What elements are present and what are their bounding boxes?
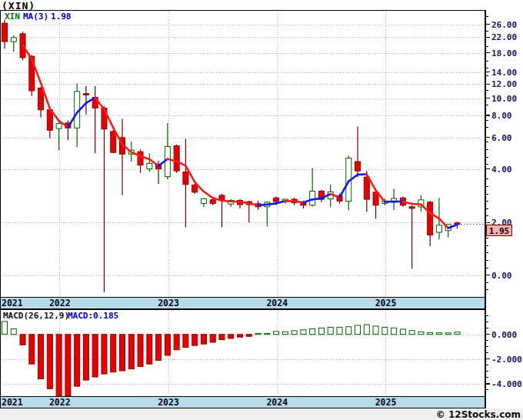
price-axis-label: 14.00 [491, 68, 517, 78]
candle-down [111, 132, 116, 152]
macd-bar-positive [301, 330, 306, 335]
macd-bar-positive [455, 332, 460, 335]
macd-bar-negative [102, 335, 107, 374]
macd-bar-positive [255, 333, 261, 334]
price-axis-label: 18.00 [491, 48, 517, 58]
macd-bar-positive [310, 328, 315, 334]
candle-down [428, 202, 433, 235]
macd-bar-negative [20, 335, 25, 345]
year-label: 2023 [158, 397, 179, 408]
candle-down [274, 198, 279, 202]
macd-bar-positive [445, 333, 451, 335]
macd-axis-label: 0.000 [491, 330, 517, 340]
candle-down [192, 185, 198, 192]
macd-axis-label: -4.000 [491, 379, 522, 389]
macd-bar-negative [75, 335, 80, 386]
macd-legend-value: MACD:0.185 [68, 311, 118, 321]
macd-bar-positive [382, 327, 388, 334]
copyright-watermark: © 12Stocks.com [436, 409, 521, 420]
year-label: 2025 [375, 298, 397, 308]
ma-segment-falling [222, 201, 231, 202]
year-label: 2022 [49, 298, 71, 308]
year-label: 2021 [2, 298, 23, 308]
legend-symbol: XIN [5, 12, 20, 22]
ma-segment-rising [312, 198, 321, 199]
macd-bar-negative [56, 335, 62, 396]
macd-bar-negative [138, 335, 143, 367]
candle-up [201, 198, 206, 203]
macd-bar-negative [65, 335, 71, 396]
price-axis: 26.0022.0018.0014.0012.0010.008.006.004.… [485, 17, 517, 290]
macd-bar-negative [156, 335, 162, 361]
price-axis-label: 8.00 [491, 111, 512, 121]
chart-canvas: 26.0022.0018.0014.0012.0010.008.006.004.… [0, 0, 523, 420]
macd-bar-negative [165, 335, 170, 355]
year-label: 2024 [266, 298, 288, 308]
macd-bar-negative [183, 335, 188, 348]
candle-down [364, 177, 369, 199]
price-axis-label: 22.00 [491, 32, 517, 42]
macd-bar-negative [92, 335, 98, 377]
candle-down [210, 200, 215, 204]
macd-bar-negative [238, 335, 243, 338]
macd-bar-negative [147, 335, 152, 365]
last-price-value: 1.95 [489, 226, 510, 236]
macd-bar-negative [47, 335, 52, 389]
macd-bar-positive [291, 331, 297, 335]
price-axis-label: 6.00 [491, 133, 512, 143]
stock-chart-app: 26.0022.0018.0014.0012.0010.008.006.004.… [0, 0, 523, 420]
year-label: 2024 [266, 397, 288, 408]
candle-down [174, 145, 179, 171]
candle-down [355, 162, 361, 171]
macd-bar-positive [391, 328, 397, 334]
candle-down [138, 152, 143, 165]
candle-down [409, 207, 415, 208]
price-axis-label: 10.00 [491, 94, 517, 104]
price-axis-label: 4.00 [491, 165, 512, 175]
candle-down [2, 23, 8, 42]
macd-bar-positive [318, 328, 324, 334]
macd-legend-title: MACD(26,12,9) [3, 311, 69, 321]
macd-bar-negative [174, 335, 179, 350]
price-axis-label: 26.00 [491, 20, 517, 30]
candle-up [310, 191, 315, 205]
price-axis-label: 12.00 [491, 79, 517, 89]
year-label: 2025 [375, 397, 397, 408]
macd-bar-negative [120, 335, 125, 371]
candle-up [56, 124, 62, 128]
macd-bar-positive [400, 329, 405, 335]
candle-up [436, 225, 441, 232]
ma-segment-falling [231, 202, 240, 202]
legend-ma-value: 1.98 [51, 12, 72, 22]
candle-down [47, 110, 52, 131]
ma-segment-rising [358, 175, 367, 175]
macd-bar-negative [201, 335, 206, 345]
ma-segment-rising [258, 205, 268, 205]
macd-bar-positive [337, 327, 342, 334]
macd-bar-negative [246, 335, 252, 337]
ma-segment-falling [412, 204, 421, 205]
candle-up [11, 38, 16, 42]
macd-bar-positive [11, 328, 16, 334]
price-axis-label: 0.00 [491, 271, 512, 281]
macd-axis: 0.000-2.000-4.000 [485, 316, 522, 390]
macd-bar-negative [38, 335, 44, 379]
macd-axis-label: -2.000 [491, 355, 522, 365]
macd-bar-positive [346, 327, 351, 335]
macd-bar-positive [364, 325, 369, 335]
macd-bar-positive [328, 327, 333, 334]
macd-bar-positive [2, 322, 8, 335]
candle-down [83, 94, 88, 95]
ma-segment-rising [267, 204, 276, 205]
macd-bar-negative [219, 335, 225, 340]
macd-bar-positive [418, 332, 424, 334]
macd-bar-positive [355, 325, 361, 335]
macd-bar-positive [373, 326, 378, 335]
macd-bar-positive [282, 332, 288, 334]
macd-bar-positive [409, 331, 415, 335]
candle-down [183, 172, 188, 184]
macd-bar-positive [274, 332, 279, 335]
macd-bar-negative [210, 335, 215, 342]
macd-bar-positive [436, 333, 441, 335]
year-label: 2021 [2, 397, 23, 408]
